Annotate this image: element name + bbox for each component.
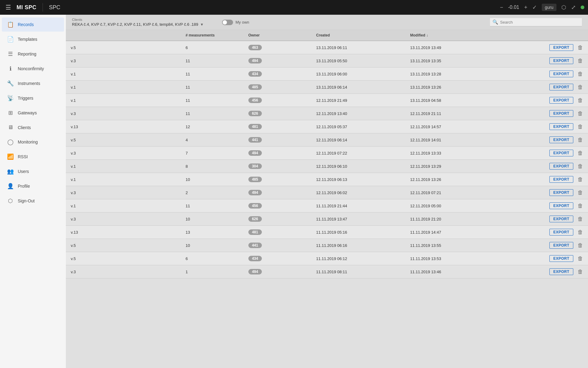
export-button[interactable]: EXPORT [549,216,573,222]
cell-name: v.3 [66,265,181,278]
delete-icon[interactable]: 🗑 [578,58,583,64]
delete-icon[interactable]: 🗑 [578,84,583,90]
clients-filter[interactable]: Clients REKA č.4, KVP č.7, KVP č.2, KVP … [72,18,213,27]
sidebar-item-records[interactable]: 📋 Records [2,17,64,32]
export-button[interactable]: EXPORT [549,176,573,183]
delete-icon[interactable]: 🗑 [578,150,583,156]
sidebar-item-templates[interactable]: 📄 Templates [2,32,64,46]
sidebar-label-instruments: Instruments [18,81,40,86]
sidebar-item-clients[interactable]: 🖥 Clients [2,121,64,134]
export-button[interactable]: EXPORT [549,136,573,143]
export-button[interactable]: EXPORT [549,268,573,275]
cell-modified: 13.11.2019 13:28 [405,67,499,81]
col-modified[interactable]: Modified ↓ [405,30,499,41]
delete-icon[interactable]: 🗑 [578,124,583,130]
sidebar-item-monitoring[interactable]: ◯ Monitoring [2,135,64,149]
cell-actions: EXPORT 🗑 [499,147,588,160]
col-measurements[interactable]: # measurements [181,30,243,41]
delete-icon[interactable]: 🗑 [578,163,583,170]
cell-modified: 11.11.2019 13:53 [405,252,499,265]
export-button[interactable]: EXPORT [549,57,573,64]
action-cell: EXPORT 🗑 [504,57,583,64]
export-button[interactable]: EXPORT [549,229,573,236]
export-button[interactable]: EXPORT [549,255,573,262]
clients-dropdown-value[interactable]: REKA č.4, KVP č.7, KVP č.2, KVP č.11, KV… [72,22,213,27]
cell-measurements: 10 [181,173,243,186]
col-owner[interactable]: Owner [243,30,311,41]
expand-icon[interactable]: ⤢ [571,4,576,11]
delete-icon[interactable]: 🗑 [578,176,583,183]
col-created[interactable]: Created [311,30,405,41]
sidebar-item-triggers[interactable]: 📡 Triggers [2,91,64,105]
sidebar-item-instruments[interactable]: 🔧 Instruments [2,76,64,90]
owner-badge: 626 [248,216,262,222]
export-button[interactable]: EXPORT [549,202,573,209]
cell-actions: EXPORT 🗑 [499,67,588,81]
delete-icon[interactable]: 🗑 [578,229,583,236]
cell-measurements: 1 [181,265,243,278]
delete-icon[interactable]: 🗑 [578,242,583,249]
myown-toggle[interactable] [222,20,233,25]
export-button[interactable]: EXPORT [549,242,573,249]
sidebar-item-signout[interactable]: ⬡ Sign-Out [2,194,64,208]
export-button[interactable]: EXPORT [549,163,573,170]
table-row: v.5 10 441 11.11.2019 06:16 11.11.2019 1… [66,239,588,252]
export-button[interactable]: EXPORT [549,150,573,156]
sidebar-item-profile[interactable]: 👤 Profile [2,179,64,193]
export-button[interactable]: EXPORT [549,110,573,117]
topbar-actions: − -0.01 + ✓ guru ⬡ ⤢ [500,4,584,11]
login-icon[interactable]: ⬡ [561,4,566,11]
col-actions [499,30,588,41]
sidebar: 📋 Records 📄 Templates ☰ Reporting ℹ Nonc… [0,15,66,368]
export-button[interactable]: EXPORT [549,123,573,130]
sidebar-item-nonconfirmity[interactable]: ℹ Nonconfirmity [2,62,64,76]
delete-icon[interactable]: 🗑 [578,255,583,262]
search-area[interactable]: 🔍 [490,18,582,26]
delete-icon[interactable]: 🗑 [578,190,583,196]
action-cell: EXPORT 🗑 [504,150,583,156]
cell-created: 11.11.2019 05:16 [311,226,405,239]
delete-icon[interactable]: 🗑 [578,216,583,222]
col-name [66,30,181,41]
cell-actions: EXPORT 🗑 [499,226,588,239]
menu-icon[interactable]: ☰ [4,4,13,11]
sidebar-item-gateways[interactable]: ⊞ Gateways [2,106,64,120]
cell-created: 12.11.2019 21:49 [311,94,405,107]
sidebar-label-profile: Profile [18,184,30,189]
cell-measurements: 11 [181,67,243,81]
delete-icon[interactable]: 🗑 [578,203,583,209]
sidebar-item-users[interactable]: 👥 Users [2,164,64,178]
cell-name: v.1 [66,67,181,81]
export-button[interactable]: EXPORT [549,71,573,77]
export-button[interactable]: EXPORT [549,189,573,196]
delete-icon[interactable]: 🗑 [578,71,583,77]
delete-icon[interactable]: 🗑 [578,137,583,143]
export-button[interactable]: EXPORT [549,44,573,51]
delete-icon[interactable]: 🗑 [578,110,583,117]
search-input[interactable] [500,20,577,25]
action-cell: EXPORT 🗑 [504,71,583,77]
action-cell: EXPORT 🗑 [504,84,583,90]
table-row: v.3 7 494 12.11.2019 07:22 12.11.2019 13… [66,147,588,160]
sidebar-item-reporting[interactable]: ☰ Reporting [2,47,64,61]
export-button[interactable]: EXPORT [549,84,573,90]
plus-icon[interactable]: + [524,4,527,11]
check-icon[interactable]: ✓ [532,4,537,11]
delete-icon[interactable]: 🗑 [578,44,583,51]
myown-toggle-area[interactable]: My own [222,20,249,25]
templates-icon: 📄 [7,36,14,43]
main-layout: 📋 Records 📄 Templates ☰ Reporting ℹ Nonc… [0,15,588,368]
cell-modified: 12.11.2019 13:33 [405,147,499,160]
sidebar-item-rssi[interactable]: 📶 RSSI [2,150,64,164]
delete-icon[interactable]: 🗑 [578,97,583,104]
minus-icon[interactable]: − [500,4,503,11]
export-button[interactable]: EXPORT [549,97,573,104]
cell-name: v.5 [66,133,181,147]
delete-icon[interactable]: 🗑 [578,269,583,275]
cell-created: 12.11.2019 06:02 [311,186,405,199]
cell-measurements: 10 [181,213,243,226]
cell-modified: 11.11.2019 13:46 [405,265,499,278]
cell-modified: 12.11.2019 13:29 [405,160,499,173]
owner-badge: 441 [248,137,262,143]
owner-badge: 304 [248,163,262,169]
